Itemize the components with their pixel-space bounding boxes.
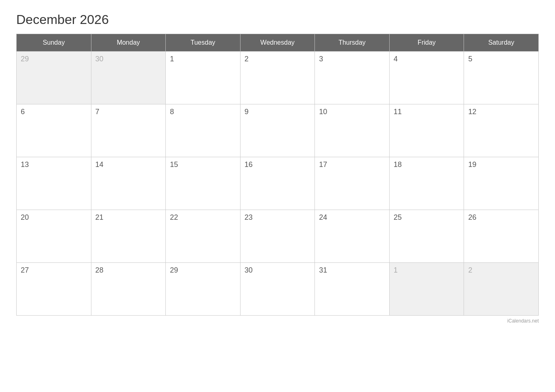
calendar-day-cell[interactable]: 17 bbox=[315, 157, 390, 210]
day-number: 4 bbox=[394, 55, 398, 63]
calendar-day-cell[interactable]: 16 bbox=[240, 157, 315, 210]
day-number: 15 bbox=[170, 160, 178, 169]
calendar-day-cell[interactable]: 30 bbox=[91, 52, 166, 104]
day-number: 21 bbox=[95, 213, 104, 221]
calendar-day-cell[interactable]: 21 bbox=[91, 210, 166, 263]
calendar-day-cell[interactable]: 8 bbox=[166, 104, 241, 157]
day-number: 22 bbox=[170, 213, 178, 221]
calendar-day-cell[interactable]: 31 bbox=[315, 263, 390, 316]
calendar-day-cell[interactable]: 29 bbox=[17, 52, 91, 104]
calendar-day-cell[interactable]: 3 bbox=[315, 52, 390, 104]
calendar-header-row: SundayMondayTuesdayWednesdayThursdayFrid… bbox=[17, 34, 539, 52]
calendar-day-cell[interactable]: 7 bbox=[91, 104, 166, 157]
day-number: 14 bbox=[95, 160, 104, 169]
calendar-day-cell[interactable]: 23 bbox=[240, 210, 315, 263]
calendar-week-row: 13141516171819 bbox=[17, 157, 539, 210]
day-number: 24 bbox=[319, 213, 327, 221]
day-number: 23 bbox=[245, 213, 253, 221]
calendar-table: SundayMondayTuesdayWednesdayThursdayFrid… bbox=[16, 34, 539, 316]
calendar-day-cell[interactable]: 6 bbox=[17, 104, 91, 157]
day-number: 6 bbox=[21, 108, 25, 116]
calendar-day-cell[interactable]: 4 bbox=[389, 52, 464, 104]
calendar-day-cell[interactable]: 27 bbox=[17, 263, 91, 316]
calendar-header-saturday: Saturday bbox=[464, 34, 539, 52]
calendar-week-row: 6789101112 bbox=[17, 104, 539, 157]
calendar-day-cell[interactable]: 28 bbox=[91, 263, 166, 316]
day-number: 3 bbox=[319, 55, 323, 63]
calendar-day-cell[interactable]: 2 bbox=[464, 263, 539, 316]
day-number: 11 bbox=[394, 108, 402, 116]
day-number: 1 bbox=[170, 55, 174, 63]
calendar-week-row: 293012345 bbox=[17, 52, 539, 104]
calendar-day-cell[interactable]: 13 bbox=[17, 157, 91, 210]
calendar-header-friday: Friday bbox=[389, 34, 464, 52]
calendar-header-tuesday: Tuesday bbox=[166, 34, 241, 52]
day-number: 5 bbox=[468, 55, 472, 63]
day-number: 29 bbox=[170, 266, 178, 274]
day-number: 17 bbox=[319, 160, 327, 169]
calendar-day-cell[interactable]: 12 bbox=[464, 104, 539, 157]
day-number: 20 bbox=[21, 213, 29, 221]
calendar-day-cell[interactable]: 5 bbox=[464, 52, 539, 104]
calendar-day-cell[interactable]: 26 bbox=[464, 210, 539, 263]
calendar-day-cell[interactable]: 19 bbox=[464, 157, 539, 210]
day-number: 7 bbox=[95, 108, 100, 116]
day-number: 28 bbox=[95, 266, 104, 274]
day-number: 18 bbox=[394, 160, 402, 169]
calendar-day-cell[interactable]: 29 bbox=[166, 263, 241, 316]
calendar-day-cell[interactable]: 14 bbox=[91, 157, 166, 210]
calendar-week-row: 272829303112 bbox=[17, 263, 539, 316]
day-number: 2 bbox=[468, 266, 472, 274]
calendar-header-sunday: Sunday bbox=[17, 34, 91, 52]
calendar-week-row: 20212223242526 bbox=[17, 210, 539, 263]
calendar-day-cell[interactable]: 9 bbox=[240, 104, 315, 157]
day-number: 30 bbox=[245, 266, 253, 274]
calendar-title: December 2026 bbox=[16, 12, 539, 27]
calendar-day-cell[interactable]: 15 bbox=[166, 157, 241, 210]
calendar-header-wednesday: Wednesday bbox=[240, 34, 315, 52]
day-number: 1 bbox=[394, 266, 398, 274]
calendar-day-cell[interactable]: 1 bbox=[389, 263, 464, 316]
calendar-day-cell[interactable]: 24 bbox=[315, 210, 390, 263]
day-number: 29 bbox=[21, 55, 29, 63]
day-number: 19 bbox=[468, 160, 476, 169]
day-number: 9 bbox=[245, 108, 249, 116]
day-number: 12 bbox=[468, 108, 476, 116]
day-number: 8 bbox=[170, 108, 174, 116]
day-number: 31 bbox=[319, 266, 327, 274]
day-number: 2 bbox=[245, 55, 249, 63]
branding-text: iCalendars.net bbox=[16, 318, 539, 324]
day-number: 16 bbox=[245, 160, 253, 169]
calendar-day-cell[interactable]: 18 bbox=[389, 157, 464, 210]
calendar-day-cell[interactable]: 10 bbox=[315, 104, 390, 157]
calendar-day-cell[interactable]: 2 bbox=[240, 52, 315, 104]
calendar-day-cell[interactable]: 11 bbox=[389, 104, 464, 157]
calendar-header-thursday: Thursday bbox=[315, 34, 390, 52]
calendar-day-cell[interactable]: 25 bbox=[389, 210, 464, 263]
day-number: 13 bbox=[21, 160, 29, 169]
calendar-header-monday: Monday bbox=[91, 34, 166, 52]
day-number: 30 bbox=[95, 55, 104, 63]
day-number: 25 bbox=[394, 213, 402, 221]
day-number: 26 bbox=[468, 213, 476, 221]
calendar-day-cell[interactable]: 1 bbox=[166, 52, 241, 104]
calendar-day-cell[interactable]: 22 bbox=[166, 210, 241, 263]
day-number: 10 bbox=[319, 108, 327, 116]
calendar-day-cell[interactable]: 20 bbox=[17, 210, 91, 263]
calendar-day-cell[interactable]: 30 bbox=[240, 263, 315, 316]
day-number: 27 bbox=[21, 266, 29, 274]
